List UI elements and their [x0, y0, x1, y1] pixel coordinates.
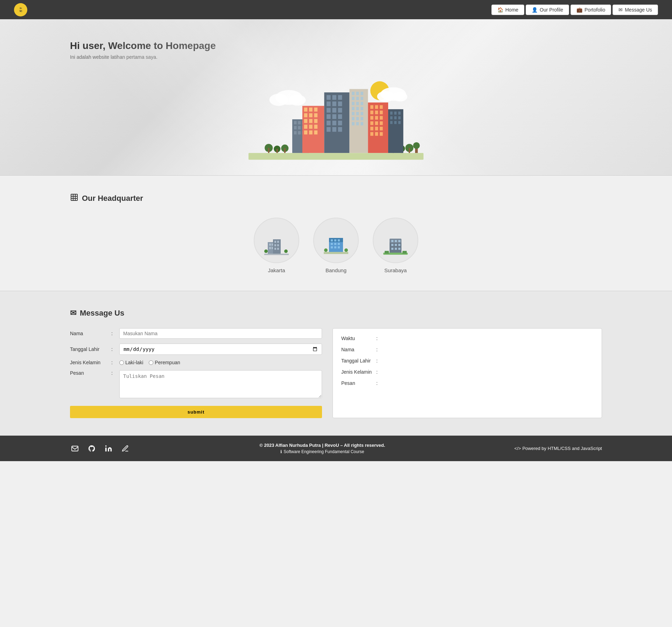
svg-rect-29 [304, 107, 308, 112]
mail-icon: ✉ [70, 309, 76, 318]
hq-image-bandung [313, 218, 359, 263]
code-icon: </> [514, 446, 521, 451]
message-form: Nama : Tanggal Lahir : Jenis Kelamin : L… [70, 328, 322, 418]
svg-rect-28 [302, 106, 324, 153]
svg-rect-162 [391, 248, 393, 250]
svg-rect-3 [248, 153, 424, 160]
svg-rect-86 [370, 105, 373, 109]
svg-rect-163 [395, 248, 397, 250]
svg-rect-156 [391, 240, 393, 242]
hero-subtitle: Ini adalah website latihan pertama saya. [70, 54, 602, 60]
svg-rect-101 [370, 132, 373, 136]
svg-rect-157 [395, 240, 397, 242]
svg-rect-66 [360, 92, 363, 95]
preview-label-nama: Nama [341, 347, 376, 352]
submit-button[interactable]: submit [70, 406, 322, 418]
briefcase-icon: 💼 [576, 7, 582, 13]
svg-rect-50 [338, 101, 342, 106]
nav-home-button[interactable]: 🏠 Home [491, 5, 524, 15]
form-label-jenis: Jenis Kelamin [70, 360, 108, 365]
svg-rect-64 [352, 92, 355, 95]
svg-point-17 [413, 142, 420, 149]
info-icon: ℹ [280, 449, 282, 454]
preview-colon-pesan: : [376, 380, 383, 386]
footer-github-icon[interactable] [87, 444, 97, 453]
svg-rect-73 [352, 107, 355, 110]
svg-rect-105 [390, 112, 393, 115]
footer-email-icon[interactable] [70, 444, 80, 453]
svg-rect-31 [314, 107, 318, 112]
svg-rect-112 [394, 121, 397, 124]
svg-rect-7 [276, 149, 278, 153]
svg-rect-166 [385, 251, 389, 254]
footer: © 2023 Alfian Nurhuda Putra | RevoU – Al… [0, 436, 672, 461]
svg-rect-102 [375, 132, 378, 136]
message-title: ✉ Message Us [70, 309, 602, 318]
svg-rect-90 [375, 111, 378, 114]
hq-label-bandung: Bandung [326, 267, 346, 273]
svg-point-119 [377, 91, 394, 102]
radio-laki-label[interactable]: Laki-laki [119, 360, 143, 365]
nav-message-button[interactable]: ✉ Message Us [612, 5, 658, 15]
svg-rect-81 [360, 117, 363, 120]
radio-laki-text: Laki-laki [125, 360, 143, 365]
form-colon-pesan: : [111, 370, 117, 376]
svg-rect-148 [334, 246, 336, 248]
footer-linkedin-icon[interactable] [104, 444, 113, 453]
nav-profile-label: Our Profile [540, 7, 563, 13]
svg-rect-146 [338, 243, 340, 245]
svg-rect-109 [394, 116, 397, 119]
form-row-jenis: Jenis Kelamin : Laki-laki Perempuan [70, 360, 322, 365]
svg-rect-58 [332, 121, 336, 125]
svg-rect-36 [309, 119, 313, 123]
nav-message-label: Message Us [625, 7, 652, 13]
svg-rect-87 [375, 105, 378, 109]
svg-rect-55 [332, 114, 336, 119]
svg-rect-84 [360, 122, 363, 126]
svg-rect-41 [304, 131, 308, 135]
svg-rect-35 [304, 119, 308, 123]
footer-blog-icon[interactable] [120, 444, 130, 453]
footer-copyright: © 2023 Alfian Nurhuda Putra | RevoU – Al… [259, 443, 385, 448]
svg-rect-124 [269, 244, 271, 246]
svg-rect-79 [352, 117, 355, 120]
nav-profile-button[interactable]: 👤 Our Profile [526, 5, 569, 15]
form-row-nama: Nama : [70, 328, 322, 339]
radio-laki[interactable] [119, 360, 124, 365]
svg-rect-52 [332, 108, 336, 112]
nav-portfolio-button[interactable]: 💼 Portofolio [570, 5, 611, 15]
svg-rect-49 [332, 101, 336, 106]
form-colon-nama: : [111, 331, 117, 336]
svg-point-152 [344, 248, 348, 252]
form-row-pesan: Pesan : [70, 370, 322, 398]
svg-rect-91 [380, 111, 383, 114]
svg-rect-5 [268, 148, 270, 153]
preview-colon-jenis: : [376, 369, 383, 375]
hero-illustration [70, 70, 602, 161]
footer-center: © 2023 Alfian Nurhuda Putra | RevoU – Al… [259, 443, 385, 454]
svg-rect-78 [360, 112, 363, 115]
tanggal-input[interactable] [119, 344, 322, 355]
logo[interactable]: Ꝛ≡ VC [14, 3, 27, 16]
radio-perempuan-label[interactable]: Perempuan [149, 360, 180, 365]
svg-rect-160 [395, 244, 397, 246]
preview-row-waktu: Waktu : [341, 336, 593, 341]
radio-perempuan[interactable] [149, 360, 153, 365]
svg-rect-77 [356, 112, 359, 115]
radio-perempuan-text: Perempuan [155, 360, 180, 365]
gender-radio-group: Laki-laki Perempuan [119, 360, 180, 365]
nama-input[interactable] [119, 328, 322, 339]
building-icon [70, 193, 78, 204]
svg-text:VC: VC [19, 10, 22, 12]
svg-rect-159 [391, 244, 393, 246]
svg-rect-103 [380, 132, 383, 136]
footer-top: © 2023 Alfian Nurhuda Putra | RevoU – Al… [70, 443, 602, 454]
svg-rect-25 [294, 131, 297, 135]
hq-label-jakarta: Jakarta [268, 267, 285, 273]
footer-course: ℹ Software Engineering Fundamental Cours… [259, 449, 385, 454]
svg-rect-76 [352, 112, 355, 115]
pesan-textarea[interactable] [119, 370, 322, 398]
svg-rect-45 [327, 95, 331, 100]
hq-label-surabaya: Surabaya [384, 267, 407, 273]
svg-rect-46 [332, 95, 336, 100]
